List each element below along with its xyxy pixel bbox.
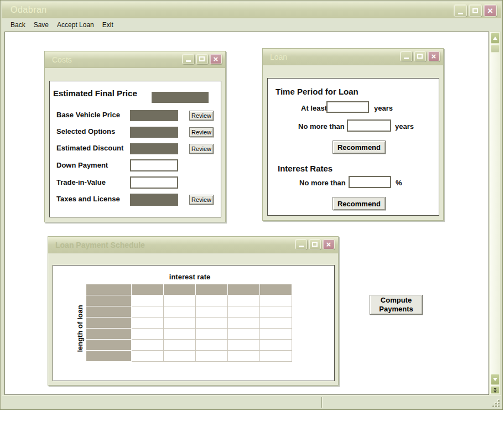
app-close-button[interactable]: ×: [484, 4, 497, 17]
costs-titlebar[interactable]: Costs ×: [45, 51, 225, 68]
schedule-minimize-button[interactable]: [295, 239, 307, 249]
resize-grip-icon[interactable]: [492, 399, 500, 407]
app-maximize-button[interactable]: [469, 4, 482, 17]
minimize-icon: [299, 246, 304, 247]
schedule-cell: [228, 329, 260, 340]
loan-titlebar[interactable]: Loan ×: [263, 49, 443, 65]
review-selected-options-button[interactable]: Review: [189, 127, 214, 137]
status-bar: [2, 396, 501, 409]
app-titlebar[interactable]: Odabran ×: [2, 2, 501, 18]
no-more-than-years-label: No more than: [298, 122, 345, 131]
schedule-row-header-cell: [86, 306, 132, 318]
schedule-cell: [196, 351, 228, 362]
review-taxes-and-license-button[interactable]: Review: [189, 195, 214, 205]
selected-options-label: Selected Options: [56, 127, 115, 136]
schedule-cell: [260, 306, 292, 318]
at-least-years-input[interactable]: [326, 101, 369, 113]
taxes-and-license-label: Taxes and License: [56, 195, 120, 203]
schedule-row-header-cell: [86, 295, 132, 306]
taxes-and-license-value-box: [130, 194, 178, 206]
schedule-cell: [196, 329, 228, 340]
scroll-down-button[interactable]: [491, 374, 500, 385]
years-label: years: [395, 122, 414, 131]
schedule-cell: [132, 340, 164, 351]
estimated-final-price-label: Estimated Final Price: [53, 89, 137, 98]
estimated-discount-value-box: [130, 143, 178, 154]
scroll-up-button[interactable]: [491, 33, 500, 44]
costs-close-button[interactable]: ×: [210, 54, 222, 64]
loan-close-button[interactable]: ×: [428, 51, 440, 61]
schedule-row-header-cell: [86, 351, 132, 362]
schedule-cell: [260, 295, 292, 306]
loan-window-title: Loan: [270, 53, 287, 61]
scroll-fast-down-button[interactable]: [491, 386, 500, 394]
selected-options-value-box: [130, 127, 178, 138]
schedule-table: [86, 284, 292, 362]
maximize-icon: [312, 242, 318, 247]
at-least-label: At least: [301, 104, 327, 112]
no-more-than-years-input[interactable]: [347, 119, 391, 132]
menu-item-accept-loan[interactable]: Accept Loan: [57, 21, 94, 29]
app-minimize-button[interactable]: [454, 4, 467, 17]
scroll-up-icon: [493, 37, 497, 40]
schedule-cell: [260, 351, 292, 362]
maximize-icon: [199, 56, 205, 61]
loan-maximize-button[interactable]: [414, 51, 426, 61]
costs-maximize-button[interactable]: [196, 54, 208, 64]
close-icon: ×: [432, 52, 437, 60]
close-icon: ×: [487, 6, 493, 15]
costs-minimize-button[interactable]: [182, 54, 194, 64]
costs-window: Costs × Estimated Final Price Base Vehic…: [44, 51, 226, 222]
client-area: Costs × Estimated Final Price Base Vehic…: [4, 32, 489, 395]
scrollbar-thumb[interactable]: [491, 45, 500, 53]
menu-item-save[interactable]: Save: [34, 21, 49, 29]
minimize-icon: [458, 13, 463, 14]
schedule-maximize-button[interactable]: [309, 239, 321, 249]
schedule-close-button[interactable]: ×: [323, 239, 335, 249]
loan-panel: Time Period for Loan At least years No m…: [267, 78, 439, 216]
scroll-down-icon: [493, 378, 497, 381]
schedule-column-header-cell: [86, 284, 132, 295]
menu-item-exit[interactable]: Exit: [102, 21, 113, 29]
schedule-row-header-cell: [86, 318, 132, 329]
schedule-cell: [196, 318, 228, 329]
schedule-cell: [164, 295, 196, 306]
schedule-cell: [132, 329, 164, 340]
interest-rates-heading: Interest Rates: [278, 164, 332, 173]
trade-in-value-input[interactable]: [130, 176, 178, 189]
schedule-cell: [260, 318, 292, 329]
menu-item-back[interactable]: Back: [11, 21, 25, 29]
max-interest-rate-input[interactable]: [349, 176, 391, 188]
years-label: years: [374, 104, 393, 112]
schedule-cell: [164, 306, 196, 318]
schedule-column-header-cell: [260, 284, 292, 295]
schedule-cell: [132, 351, 164, 362]
schedule-cell: [164, 329, 196, 340]
schedule-titlebar[interactable]: Loan Payment Schedule ×: [48, 237, 338, 253]
schedule-row-header-cell: [86, 340, 132, 351]
schedule-cell: [228, 351, 260, 362]
menu-bar: Back Save Accept Loan Exit: [2, 19, 501, 30]
minimize-icon: [404, 58, 409, 59]
schedule-column-header-cell: [164, 284, 196, 295]
schedule-cell: [228, 295, 260, 306]
review-estimated-discount-button[interactable]: Review: [189, 144, 214, 154]
compute-payments-button[interactable]: Compute Payments: [370, 295, 423, 315]
no-more-than-rate-label: No more than: [299, 179, 346, 187]
recommend-years-button[interactable]: Recommend: [332, 141, 386, 154]
schedule-cell: [132, 306, 164, 318]
schedule-column-header-cell: [196, 284, 228, 295]
loan-minimize-button[interactable]: [400, 51, 412, 61]
loan-payment-schedule-window: Loan Payment Schedule × interest rate le…: [48, 236, 339, 386]
review-base-vehicle-price-button[interactable]: Review: [189, 111, 214, 121]
vertical-scrollbar[interactable]: [490, 32, 501, 395]
down-payment-input[interactable]: [130, 159, 178, 171]
recommend-rate-button[interactable]: Recommend: [332, 197, 386, 210]
maximize-icon: [472, 8, 478, 13]
base-vehicle-price-value-box: [130, 110, 178, 121]
schedule-cell: [164, 318, 196, 329]
schedule-cell: [164, 340, 196, 351]
schedule-cell: [260, 340, 292, 351]
percent-label: %: [396, 179, 402, 187]
app-window: Odabran × Back Save Accept Loan Exit Cos…: [0, 0, 503, 410]
